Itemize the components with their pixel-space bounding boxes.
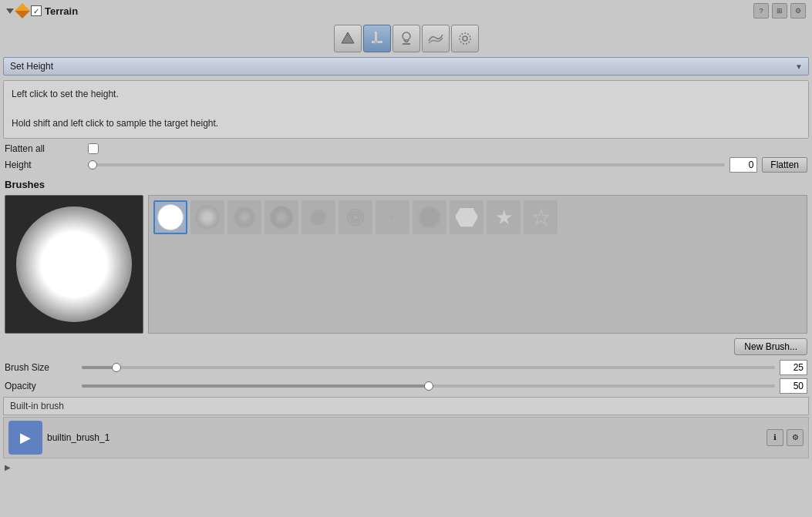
play-row: ▶ [0,460,812,474]
brush-preview-circle [16,206,132,322]
terrain-settings-icon [457,30,473,47]
brush-star-filled-icon: ★ [495,207,513,227]
svg-point-3 [374,41,377,44]
svg-rect-2 [375,32,377,42]
check-icon: ✓ [33,7,39,15]
flatten-all-label: Flatten all [5,143,82,154]
opacity-row: Opacity [0,377,812,395]
main-toolbar [0,22,812,55]
title-bar: ✓ Terrain ? ⊞ ⚙ [0,0,812,22]
smooth-icon [427,30,444,47]
height-row: Height Flatten [0,156,812,174]
brush-sparse-icon [344,206,367,229]
flatten-button[interactable]: Flatten [762,157,807,173]
terrain-diamond-icon [15,3,30,18]
brush-item-7[interactable] [413,200,446,234]
flatten-all-row: Flatten all [0,142,812,156]
asset-play-icon: ▶ [20,429,31,446]
svg-point-7 [460,33,470,44]
play-button[interactable]: ▶ [5,463,11,472]
mode-dropdown[interactable]: Set Height Raise/Lower Smooth Height [3,57,809,76]
asset-icon-wrap: ▶ [8,421,42,455]
opacity-thumb[interactable] [424,381,433,391]
height-slider-container: Flatten [88,157,807,173]
asset-info-button[interactable]: ℹ [767,429,783,446]
brush-size-slider[interactable] [82,366,775,369]
svg-marker-0 [342,32,354,43]
brush-preview [5,195,143,334]
paint-height-button[interactable] [363,25,391,52]
info-line-1: Left click to set the height. [12,87,800,102]
mode-dropdown-row: Set Height Raise/Lower Smooth Height ▼ [0,55,812,77]
brush-faint-icon [418,206,441,229]
brush-item-5[interactable] [339,200,372,234]
brush-item-0[interactable] [153,200,187,234]
asset-buttons: ℹ ⚙ [767,429,804,446]
brushes-area: ★ ★ [0,193,812,335]
info-box: Left click to set the height. Hold shift… [3,80,809,139]
expand-icon[interactable] [6,8,14,14]
svg-point-10 [391,216,394,219]
height-value-input[interactable] [729,157,757,173]
brush-item-8[interactable] [450,200,483,234]
svg-point-4 [403,32,410,40]
window-title: Terrain [45,5,78,17]
builtin-label: Built-in brush [3,397,809,415]
brush-item-6[interactable] [376,200,409,234]
brush-size-thumb[interactable] [112,363,121,372]
brush-grid: ★ ★ [148,195,807,334]
stamp-button[interactable] [393,25,420,52]
raise-lower-icon [339,30,356,47]
opacity-fill [82,384,429,388]
dock-button[interactable]: ⊞ [772,3,787,18]
opacity-label: Opacity [5,381,82,391]
mode-dropdown-wrapper: Set Height Raise/Lower Smooth Height ▼ [3,57,809,76]
brush-star-outline-icon: ★ [532,207,550,227]
brush-noise-icon [307,206,330,229]
new-brush-button[interactable]: New Brush... [734,338,807,355]
svg-point-6 [463,36,467,41]
brush-size-row: Brush Size [0,358,812,377]
new-brush-row: New Brush... [0,335,812,358]
brush-size-label: Brush Size [5,362,82,373]
asset-name: builtin_brush_1 [47,432,762,443]
asset-settings-button[interactable]: ⚙ [787,429,804,446]
brush-item-4[interactable] [302,200,335,234]
brush-size-input[interactable] [780,360,807,375]
flatten-all-checkbox[interactable] [88,143,99,154]
raise-lower-button[interactable] [334,25,362,52]
help-button[interactable]: ? [753,3,769,18]
paint-height-icon [369,30,386,47]
brush-medium-icon [234,206,255,228]
brush-size-track [82,366,775,369]
opacity-slider[interactable] [82,384,775,388]
settings-button[interactable]: ⚙ [790,3,806,18]
brush-soft-icon [195,205,220,230]
height-label: Height [5,159,82,170]
brush-item-3[interactable] [264,200,298,234]
brush-circle-solid-icon [157,204,184,230]
brush-ring-icon [270,206,293,229]
terrain-settings-button[interactable] [451,25,479,52]
height-slider-thumb[interactable] [88,160,97,170]
opacity-track [82,384,775,388]
brush-item-10[interactable]: ★ [524,200,558,234]
brush-item-1[interactable] [190,200,224,234]
window-buttons: ? ⊞ ⚙ [753,3,806,18]
asset-row: ▶ builtin_brush_1 ℹ ⚙ [3,417,809,458]
brush-dotted-icon [380,205,405,230]
title-checkbox[interactable]: ✓ [31,5,42,16]
brushes-section-title: Brushes [0,174,812,193]
smooth-button[interactable] [422,25,450,52]
opacity-input[interactable] [780,378,807,394]
info-line-2: Hold shift and left click to sample the … [12,116,800,131]
brush-item-9[interactable]: ★ [487,200,521,234]
brush-item-2[interactable] [227,200,261,234]
brush-hex-icon [455,207,478,227]
stamp-icon [398,30,415,47]
title-left: ✓ Terrain [6,5,78,17]
height-slider-track[interactable] [88,163,725,166]
